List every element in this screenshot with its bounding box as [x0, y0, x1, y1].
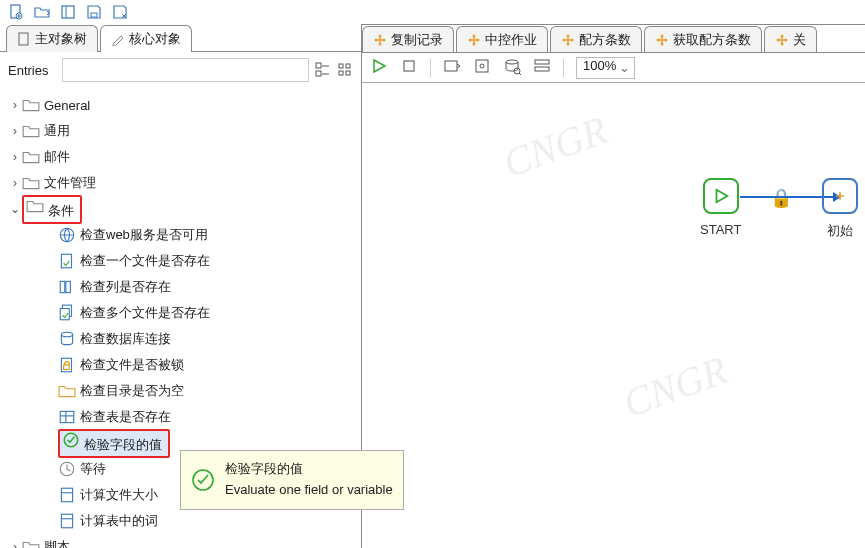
tree-label: 脚本: [44, 538, 70, 548]
save-icon[interactable]: [86, 4, 102, 20]
new-doc-icon[interactable]: [8, 4, 24, 20]
stop-icon[interactable]: [400, 57, 418, 78]
caret-icon: ›: [8, 98, 22, 112]
workflow-start-node[interactable]: START: [700, 178, 741, 237]
tree-item[interactable]: 检查文件是否被锁: [0, 352, 361, 378]
caret-down-icon: ⌄: [8, 202, 22, 216]
tree-label: 检查一个文件是否存在: [80, 252, 210, 270]
collapse-all-icon[interactable]: [337, 62, 353, 78]
svg-point-47: [661, 43, 664, 46]
play-icon[interactable]: [370, 57, 388, 78]
svg-point-55: [480, 64, 484, 68]
caret-icon: ›: [8, 150, 22, 164]
zoom-value: 100%: [583, 58, 616, 73]
node-label: 初始: [822, 222, 858, 240]
tree-label: 邮件: [44, 148, 70, 166]
svg-point-42: [567, 35, 570, 38]
search-row: Entries: [0, 52, 361, 88]
columns-icon: [58, 278, 76, 296]
node-label: START: [700, 222, 741, 237]
tree-item[interactable]: 检查一个文件是否存在: [0, 248, 361, 274]
svg-point-51: [781, 43, 784, 46]
debug-icon[interactable]: [473, 57, 491, 78]
expand-all-icon[interactable]: [315, 62, 331, 78]
metrics-icon[interactable]: [533, 57, 551, 78]
calc-icon: [58, 486, 76, 504]
svg-rect-7: [316, 71, 321, 76]
tab-label: 核心对象: [129, 30, 181, 48]
tree-item[interactable]: 检查表是否存在: [0, 404, 361, 430]
tree-folder-common[interactable]: ›通用: [0, 118, 361, 144]
tree-item[interactable]: 检查目录是否为空: [0, 378, 361, 404]
svg-rect-5: [19, 33, 28, 45]
rtab-recipe-count[interactable]: 配方条数: [550, 26, 642, 53]
lock-icon: 🔒: [770, 187, 792, 209]
tree-label: 检查文件是否被锁: [80, 356, 184, 374]
tree-item[interactable]: 检查web服务是否可用: [0, 222, 361, 248]
tooltip-desc: Evaluate one field or variable: [225, 480, 393, 501]
save-as-icon[interactable]: [112, 4, 128, 20]
top-toolbar: [0, 0, 865, 24]
tree-folder-condition[interactable]: ⌄ 条件: [0, 196, 361, 222]
sql-icon[interactable]: [503, 57, 521, 78]
tree-item[interactable]: 检查列是否存在: [0, 274, 361, 300]
svg-rect-60: [535, 67, 549, 71]
search-label: Entries: [8, 63, 56, 78]
folder-icon: [22, 538, 40, 548]
file-check-icon: [58, 252, 76, 270]
folder-icon: [22, 122, 40, 140]
tree-label: 检查目录是否为空: [80, 382, 184, 400]
rtab-get-recipe-count[interactable]: 获取配方条数: [644, 26, 762, 53]
svg-rect-23: [60, 411, 74, 422]
tooltip: 检验字段的值 Evaluate one field or variable: [180, 450, 404, 510]
flow-icon: [775, 33, 789, 47]
calc-icon: [58, 512, 76, 530]
tooltip-title: 检验字段的值: [225, 459, 393, 480]
tree-label: 检查表是否存在: [80, 408, 171, 426]
flow-icon: [655, 33, 669, 47]
svg-point-20: [61, 332, 72, 337]
tree-item[interactable]: 检查数据库连接: [0, 326, 361, 352]
watermark: CNGR: [497, 106, 613, 187]
flow-icon: [467, 33, 481, 47]
files-check-icon: [58, 304, 76, 322]
right-tabs: 复制记录 中控作业 配方条数 获取配方条数 关: [362, 25, 865, 53]
tab-main-tree[interactable]: 主对象树: [6, 25, 98, 52]
workflow-init-node[interactable]: 初始: [822, 178, 858, 240]
folder-icon: [26, 197, 44, 215]
flow-icon: [832, 188, 848, 204]
svg-rect-30: [61, 514, 72, 528]
zoom-select[interactable]: 100%: [576, 57, 635, 79]
tree-item[interactable]: 计算表中的词: [0, 508, 361, 534]
tree-item[interactable]: 检查多个文件是否存在: [0, 300, 361, 326]
search-input[interactable]: [62, 58, 309, 82]
table-icon: [58, 408, 76, 426]
preview-icon[interactable]: [443, 57, 461, 78]
tree-folder-general[interactable]: ›General: [0, 92, 361, 118]
tree-label: 计算表中的词: [80, 512, 158, 530]
tab-core-objects[interactable]: 核心对象: [100, 25, 192, 52]
tree-label: 检查数据库连接: [80, 330, 171, 348]
svg-rect-6: [316, 63, 321, 68]
svg-rect-2: [62, 6, 74, 18]
tab-label: 主对象树: [35, 30, 87, 48]
svg-rect-22: [64, 365, 70, 370]
tree-folder-filemgmt[interactable]: ›文件管理: [0, 170, 361, 196]
play-icon: [712, 187, 730, 205]
rtab-close[interactable]: 关: [764, 26, 817, 53]
svg-point-38: [473, 35, 476, 38]
rtab-central-job[interactable]: 中控作业: [456, 26, 548, 53]
svg-point-34: [379, 35, 382, 38]
layout-icon[interactable]: [60, 4, 76, 20]
svg-point-35: [379, 43, 382, 46]
svg-rect-15: [61, 254, 71, 268]
workflow-canvas[interactable]: CNGR CNGR START 🔒 初始: [362, 83, 865, 548]
rtab-copy-record[interactable]: 复制记录: [362, 26, 454, 53]
svg-point-40: [563, 39, 566, 42]
tab-label: 配方条数: [579, 31, 631, 49]
tree-folder-script[interactable]: ›脚本: [0, 534, 361, 548]
svg-rect-13: [346, 71, 350, 75]
svg-rect-28: [61, 488, 72, 502]
open-folder-icon[interactable]: [34, 4, 50, 20]
tree-folder-mail[interactable]: ›邮件: [0, 144, 361, 170]
